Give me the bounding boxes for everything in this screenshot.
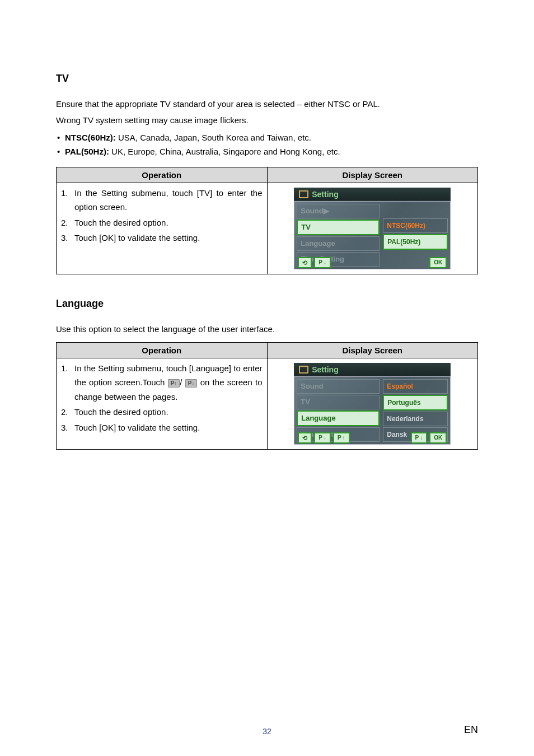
menu-sound[interactable]: Sound▶ [297, 204, 380, 218]
table-tv: Operation Display Screen In the Setting … [56, 167, 478, 274]
page-down-icon: P↓ [185, 379, 198, 388]
btn-ok-2[interactable]: OK [429, 432, 447, 444]
th-display-lang: Display Screen [267, 342, 478, 358]
th-operation-lang: Operation [57, 342, 268, 358]
bullet-ntsc-text: USA, Canada, Japan, South Korea and Taiw… [116, 133, 311, 142]
bullet-pal-label: PAL(50Hz): [65, 147, 109, 156]
tv-screen-title-bar: Setting [294, 188, 451, 201]
menu-language-2[interactable]: Language [297, 410, 380, 426]
th-operation-tv: Operation [57, 167, 268, 183]
btn-page-down-3[interactable]: P [411, 432, 428, 444]
opt-pal[interactable]: PAL(50Hz) [383, 234, 448, 250]
btn-ok[interactable]: OK [429, 257, 447, 268]
tv-screen-title: Setting [312, 190, 338, 199]
page-number: 32 [56, 727, 478, 736]
btn-back-2[interactable] [298, 432, 312, 444]
btn-page-up-2[interactable]: P [333, 432, 350, 444]
tv-step-2: Touch the desired option. [61, 216, 263, 230]
lang-step-2: Touch the desired option. [61, 405, 263, 419]
tv-step-3: Touch [OK] to validate the setting. [61, 231, 263, 245]
lang-step-1: In the Setting submenu, touch [Language]… [61, 361, 263, 404]
opt-nederlands[interactable]: Nederlands [383, 412, 448, 426]
btn-back[interactable] [298, 257, 312, 268]
menu-tv-2[interactable]: TV [297, 395, 380, 409]
tv-intro-2: Wrong TV system setting may cause image … [56, 114, 478, 127]
table-language: Operation Display Screen In the Setting … [56, 342, 478, 450]
setting-icon [299, 366, 308, 374]
menu-tv[interactable]: TV [297, 220, 380, 235]
tv-step-1: In the Setting submenu, touch [TV] to en… [61, 186, 263, 214]
bullet-pal: PAL(50Hz): UK, Europe, China, Australia,… [56, 144, 478, 159]
bullet-ntsc: NTSC(60Hz): USA, Canada, Japan, South Ko… [56, 130, 478, 145]
opt-portugues[interactable]: Português [383, 395, 448, 410]
bullet-ntsc-label: NTSC(60Hz): [65, 133, 116, 142]
heading-tv: TV [56, 73, 478, 85]
language-intro: Use this option to select the language o… [56, 323, 478, 335]
footer-lang: EN [464, 724, 478, 736]
lang-screen-mock: Setting Sound TV Language Time Setting E… [294, 363, 451, 445]
bullet-pal-text: UK, Europe, China, Australia, Singapore … [109, 147, 340, 156]
tv-screen-mock: Setting Sound▶ TV Language Time Setting … [294, 188, 451, 269]
menu-sound-2[interactable]: Sound [297, 379, 380, 394]
btn-page-down[interactable]: P [314, 257, 331, 268]
tv-intro-1: Ensure that the appropriate TV standard … [56, 97, 478, 110]
menu-language[interactable]: Language [297, 236, 380, 251]
heading-language: Language [56, 298, 478, 310]
btn-page-down-2[interactable]: P [314, 432, 331, 444]
lang-step-3: Touch [OK] to validate the setting. [61, 421, 263, 435]
opt-espanol[interactable]: Español [383, 379, 448, 394]
lang-screen-title: Setting [312, 365, 338, 374]
lang-screen-title-bar: Setting [294, 363, 451, 376]
page-up-icon: P↑ [168, 379, 180, 388]
th-display-tv: Display Screen [267, 167, 478, 183]
setting-icon [299, 190, 308, 198]
opt-ntsc[interactable]: NTSC(60Hz) [383, 218, 448, 233]
